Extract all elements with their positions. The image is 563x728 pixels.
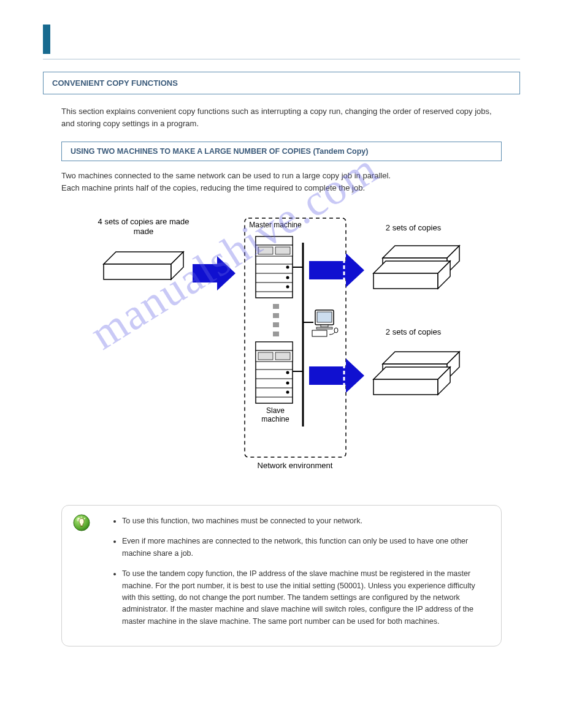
slave-label-line2: machine xyxy=(261,415,289,423)
sub-paragraph: Two machines connected to the same netwo… xyxy=(61,170,502,194)
svg-rect-7 xyxy=(258,247,273,254)
master-copier-icon xyxy=(256,237,293,298)
svg-point-31 xyxy=(286,391,289,394)
copier-connector-dots xyxy=(273,304,279,336)
svg-marker-45 xyxy=(383,246,459,258)
tip-list: To use this function, two machines must … xyxy=(122,515,490,628)
svg-marker-49 xyxy=(373,273,438,289)
svg-marker-54 xyxy=(373,367,450,379)
network-env-label: Network environment xyxy=(258,461,333,470)
main-section-title: CONVENIENT COPY FUNCTIONS xyxy=(52,78,178,88)
right-top-caption: 2 sets of copies xyxy=(386,223,442,232)
computer-icon xyxy=(312,310,338,336)
svg-rect-8 xyxy=(275,247,290,254)
paper-stack-output-top xyxy=(373,246,459,289)
svg-marker-51 xyxy=(383,352,459,364)
svg-rect-23 xyxy=(258,352,273,360)
svg-marker-0 xyxy=(104,252,183,264)
slave-copier-icon xyxy=(256,342,293,403)
right-bottom-caption: 2 sets of copies xyxy=(386,327,442,336)
header-accent-bar xyxy=(43,25,50,54)
svg-marker-41 xyxy=(309,253,364,287)
svg-point-29 xyxy=(286,371,289,374)
svg-rect-37 xyxy=(321,325,328,327)
svg-marker-43 xyxy=(309,358,364,393)
tandem-copy-diagram: 4 sets of copies are made made Master ma… xyxy=(61,206,502,490)
svg-rect-18 xyxy=(273,322,279,327)
arrow-master-output xyxy=(309,253,364,287)
tip-item: To use this function, two machines must … xyxy=(122,515,490,527)
diagram-left-caption: 4 sets of copies are made xyxy=(98,217,190,226)
svg-marker-1 xyxy=(104,264,171,279)
svg-rect-17 xyxy=(273,313,279,318)
page-header xyxy=(43,25,520,59)
svg-rect-21 xyxy=(256,342,293,351)
slave-label-line1: Slave xyxy=(266,406,285,415)
tip-item: Even if more machines are connected to t… xyxy=(122,536,490,559)
tip-lightbulb-icon xyxy=(73,514,90,531)
svg-marker-48 xyxy=(373,261,450,273)
intro-paragraph: This section explains convenient copy fu… xyxy=(61,105,502,129)
tip-box: To use this function, two machines must … xyxy=(61,505,502,646)
svg-rect-5 xyxy=(256,237,293,245)
tip-item: To use the tandem copy function, the IP … xyxy=(122,568,490,628)
svg-point-14 xyxy=(286,276,289,279)
svg-point-13 xyxy=(286,266,289,269)
svg-rect-16 xyxy=(273,304,279,309)
diagram-left-caption-2: made xyxy=(134,227,154,236)
svg-rect-19 xyxy=(273,332,279,336)
svg-rect-36 xyxy=(317,312,332,322)
svg-rect-39 xyxy=(312,330,327,336)
main-section-title-box: CONVENIENT COPY FUNCTIONS xyxy=(43,72,520,94)
svg-point-40 xyxy=(334,328,338,333)
svg-rect-38 xyxy=(316,327,332,329)
arrow-slave-output xyxy=(309,358,364,393)
arrow-input-to-network xyxy=(193,256,236,290)
svg-marker-55 xyxy=(373,379,438,395)
sub-section-title: USING TWO MACHINES TO MAKE A LARGE NUMBE… xyxy=(71,147,368,156)
master-label: Master machine xyxy=(249,221,302,229)
paper-stack-input xyxy=(104,252,183,279)
sub-section-title-box: USING TWO MACHINES TO MAKE A LARGE NUMBE… xyxy=(61,142,502,161)
svg-rect-24 xyxy=(275,352,290,360)
paper-stack-output-bottom xyxy=(373,352,459,395)
diagram-svg: 4 sets of copies are made made Master ma… xyxy=(91,206,472,488)
svg-point-30 xyxy=(286,382,289,385)
svg-point-15 xyxy=(286,286,289,289)
svg-marker-3 xyxy=(193,256,236,290)
